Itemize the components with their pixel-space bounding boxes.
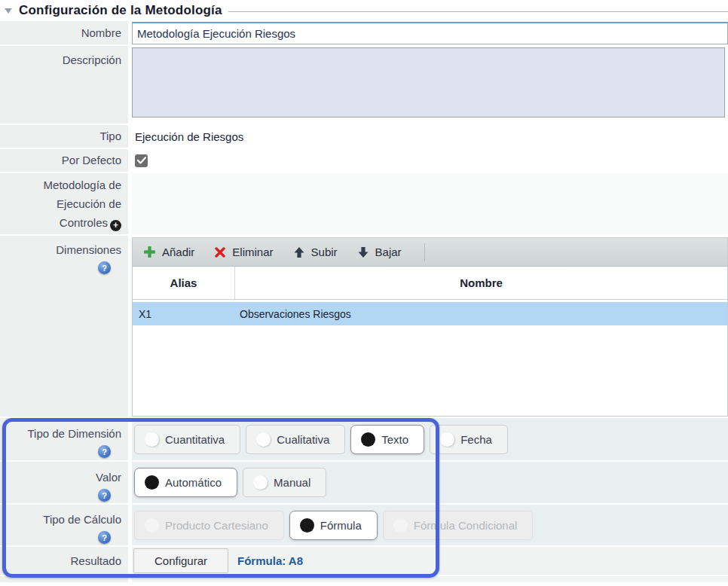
radio-option-label: Texto [381,433,408,446]
metodologia-controles-label: Metodología de Ejecución de Controles+ [0,173,128,234]
nombre-label: Nombre [0,21,128,44]
valor-options: Automático Manual [132,468,326,497]
move-down-button[interactable]: Bajar [356,243,403,261]
row-dimensiones: Dimensiones ? Añadir Eliminar [0,236,728,417]
page-title: Configuración de la Metodología [19,3,222,18]
descripcion-label: Descripción [0,46,128,124]
column-header-alias[interactable]: Alias [133,267,235,299]
tipo-dimension-options: Cuantitativa Cualitativa Texto F [132,425,508,454]
header-rule [228,11,728,12]
tipo-calculo-options: Producto Cartesiano Fórmula Fórmula Cond… [132,511,533,540]
checkmark-icon [137,157,146,164]
radio-circle-icon [145,475,159,490]
tipo-calculo-help-icon[interactable]: ? [98,531,111,544]
radio-option-label: Fórmula [320,519,362,532]
row-por-defecto: Por Defecto [0,149,728,172]
configure-button[interactable]: Configurar [133,548,228,573]
row-nombre: Nombre [0,21,728,44]
add-button[interactable]: Añadir [142,243,196,261]
collapse-triangle-icon[interactable] [5,8,12,14]
plus-icon [143,246,156,258]
radio-option[interactable]: Cualitativa [246,425,345,454]
radio-option-label: Cualitativa [277,433,329,446]
cell-alias: X1 [133,308,235,320]
radio-option-label: Cuantitativa [165,433,225,446]
row-tipo-calculo: Tipo de Cálculo ? Producto Cartesiano Fó… [0,505,728,545]
resultado-label: Resultado [0,547,128,575]
row-descripcion: Descripción [0,46,728,124]
dimensiones-label: Dimensiones [56,241,121,259]
radio-option: Producto Cartesiano [134,511,284,540]
dimensiones-label-cell: Dimensiones ? [0,236,128,417]
table-header: Alias Nombre [133,267,727,300]
tipo-dimension-help-icon[interactable]: ? [98,445,111,458]
radio-option-label: Producto Cartesiano [165,519,268,532]
radio-circle-icon [300,518,314,533]
arrow-down-icon [357,246,369,258]
valor-help-icon[interactable]: ? [98,489,111,502]
radio-option[interactable]: Manual [243,468,326,497]
dimensions-grid: Añadir Eliminar Subir [132,237,728,417]
valor-label-cell: Valor ? [0,462,128,503]
dimensiones-help-icon[interactable]: ? [98,261,111,274]
radio-option[interactable]: Fórmula [289,511,378,540]
por-defecto-label: Por Defecto [0,149,128,172]
column-header-nombre[interactable]: Nombre [235,276,727,289]
radio-option[interactable]: Fecha [430,425,508,454]
radio-option[interactable]: Cuantitativa [134,425,240,454]
row-tipo-dimension: Tipo de Dimensión ? Cuantitativa Cualita… [0,418,728,460]
nombre-input[interactable] [132,22,728,44]
formula-result-text: Fórmula: A8 [237,554,303,567]
radio-option-label: Automático [165,476,222,489]
methodology-config-page: Configuración de la Metodología Nombre D… [0,0,728,586]
row-valor: Valor ? Automático Manual [0,462,728,503]
tipo-calculo-label-cell: Tipo de Cálculo ? [0,505,128,545]
row-metodologia-controles: Metodología de Ejecución de Controles+ [0,173,728,234]
tipo-calculo-label: Tipo de Cálculo [43,511,121,529]
radio-option-label: Fórmula Condicional [414,519,518,532]
radio-circle-icon [145,432,159,447]
table-body: X1 Observaciones Riesgos [133,300,727,416]
toolbar-separator [424,243,425,261]
radio-circle-icon [393,518,408,533]
add-control-methodology-icon[interactable]: + [110,220,121,231]
move-up-button[interactable]: Subir [292,243,339,261]
row-resultado: Resultado Configurar Fórmula: A8 [0,547,728,575]
delete-button[interactable]: Eliminar [213,243,274,261]
radio-circle-icon [361,432,375,447]
cell-nombre: Observaciones Riesgos [235,308,727,320]
arrow-up-icon [293,246,305,258]
valor-label: Valor [96,468,121,487]
descripcion-textarea[interactable] [132,47,725,118]
radio-circle-icon [253,475,268,490]
radio-option-label: Manual [274,476,310,489]
tipo-value: Ejecución de Riesgos [132,130,243,143]
bottom-strip [0,576,728,582]
radio-circle-icon [256,432,271,447]
row-tipo: Tipo Ejecución de Riesgos [0,125,728,148]
radio-circle-icon [145,518,159,533]
radio-circle-icon [440,432,454,447]
section-header: Configuración de la Metodología [0,0,728,21]
dimensions-toolbar: Añadir Eliminar Subir [133,238,727,267]
table-row[interactable]: X1 Observaciones Riesgos [133,302,727,325]
radio-option[interactable]: Automático [134,468,237,497]
tipo-dimension-label-cell: Tipo de Dimensión ? [0,418,128,460]
radio-option: Fórmula Condicional [383,511,534,540]
radio-option[interactable]: Texto [350,425,424,454]
tipo-dimension-label: Tipo de Dimensión [27,425,121,443]
tipo-label: Tipo [0,125,128,148]
x-icon [214,246,226,258]
por-defecto-checkbox[interactable] [135,154,148,167]
radio-option-label: Fecha [460,433,492,446]
